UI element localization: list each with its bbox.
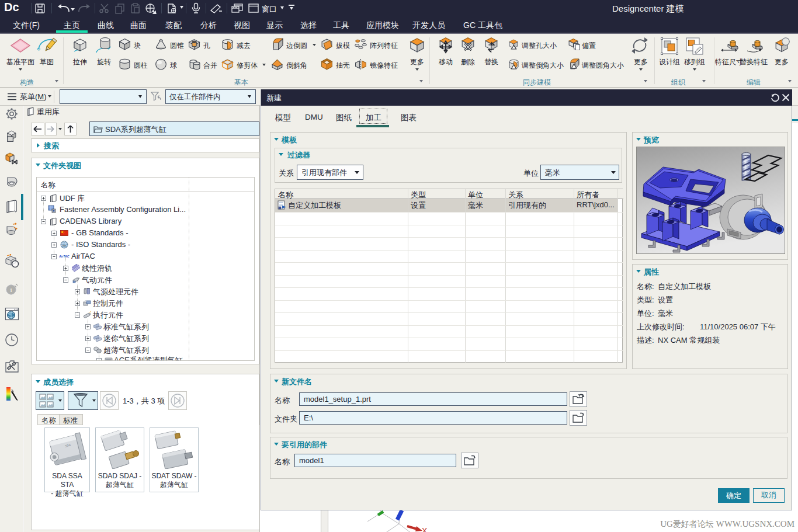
svg-text:X: X — [422, 526, 428, 532]
svg-text:i: i — [10, 286, 12, 293]
